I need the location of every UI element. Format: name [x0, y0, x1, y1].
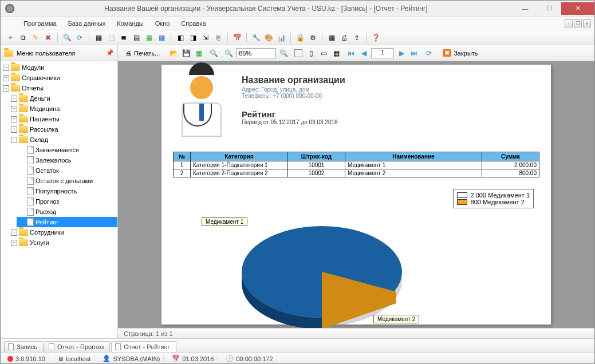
- report-viewport[interactable]: Название организации Адрес: Город, улица…: [118, 61, 594, 328]
- tree-expense[interactable]: Расход: [17, 207, 117, 217]
- mdi-close-icon[interactable]: x: [583, 19, 591, 27]
- org-name: Название организации: [242, 75, 345, 85]
- tool8-icon[interactable]: ⎘: [213, 33, 223, 43]
- delete-icon[interactable]: ✖: [43, 33, 53, 43]
- grid-icon[interactable]: ▦: [326, 33, 337, 43]
- menu-window[interactable]: Окно: [149, 18, 176, 29]
- tree-employees[interactable]: +Сотрудники: [9, 227, 117, 238]
- nav-tree: +Модули +Справочники -Отчеты +Деньги +Ме…: [1, 61, 117, 338]
- tree-warehouse[interactable]: -Склад: [9, 134, 117, 145]
- tree-directories[interactable]: +Справочники: [1, 73, 117, 83]
- find-icon[interactable]: 🔍: [208, 48, 219, 58]
- menu-help[interactable]: Справка: [175, 18, 211, 29]
- page-field[interactable]: 1: [371, 48, 394, 58]
- zoom-in-icon[interactable]: 🔍: [223, 48, 234, 58]
- main-toolbar: ＋ ⧉ ✎ ✖ 🔍 ⟳ ▦ ⬚ ≣ ▤ ▦ ▦ ◧ ◨ ⇲ ⎘ 📅 🔧 🎨 📊 …: [1, 30, 594, 45]
- tree-popularity[interactable]: Популярность: [17, 186, 117, 196]
- tool2-icon[interactable]: ⬚: [106, 33, 116, 43]
- tree-rating[interactable]: Рейтинг: [17, 217, 117, 227]
- calendar-status-icon: 📅: [172, 355, 180, 362]
- close-report-button[interactable]: ✖Закрыть: [439, 48, 482, 58]
- zoom-out-icon[interactable]: 🔍: [278, 48, 289, 58]
- menu-commands[interactable]: Команды: [111, 18, 149, 29]
- tree-ending[interactable]: Заканчивается: [17, 145, 117, 155]
- status-host: 🖥localhost: [54, 355, 94, 362]
- pin-icon[interactable]: 📌: [106, 49, 114, 57]
- tree-medicine[interactable]: +Медицина: [9, 104, 117, 114]
- layout2-icon[interactable]: ▯: [306, 48, 316, 58]
- open-icon[interactable]: 📂: [168, 48, 179, 58]
- tree-services[interactable]: +Услуги: [9, 238, 117, 248]
- tab-record[interactable]: Запись: [4, 341, 44, 352]
- mdi-restore-icon[interactable]: ❐: [574, 19, 582, 27]
- print-button[interactable]: 🖨Печать...: [121, 48, 164, 58]
- status-bar: 3.0.910.10 🖥localhost 👤SYSDBA (MAIN) 📅01…: [1, 352, 594, 364]
- layout4-icon[interactable]: ▦: [331, 48, 341, 58]
- tool4-icon[interactable]: ▤: [131, 33, 141, 43]
- tool6-icon[interactable]: ◨: [188, 33, 198, 43]
- tab-rating[interactable]: Отчет - Рейтинг: [111, 341, 176, 352]
- close-button[interactable]: ✕: [561, 2, 594, 15]
- tab-forecast[interactable]: Отчет - Прогноз: [45, 341, 110, 352]
- user-icon: 👤: [103, 355, 111, 362]
- tool7-icon[interactable]: ⇲: [200, 33, 211, 43]
- tool3-icon[interactable]: ≣: [119, 33, 129, 43]
- search-icon[interactable]: 🔍: [62, 33, 72, 43]
- tree-modules[interactable]: +Модули: [1, 62, 117, 73]
- calendar-icon[interactable]: 📅: [232, 33, 242, 43]
- tree-remainder-money[interactable]: Остаток с деньгами: [17, 176, 117, 186]
- menu-database[interactable]: База данных: [62, 18, 112, 29]
- report-title: Рейтинг: [242, 109, 345, 119]
- first-page-icon[interactable]: ⏮: [346, 48, 356, 58]
- last-page-icon[interactable]: ⏭: [409, 48, 419, 58]
- maximize-button[interactable]: ☐: [537, 2, 561, 15]
- save-icon[interactable]: 💾: [181, 48, 191, 58]
- tool5-icon[interactable]: ◧: [175, 33, 186, 43]
- col-no: №: [174, 152, 191, 161]
- data-table: № Категория Штрих-код Наименование Сумма…: [173, 152, 539, 177]
- layout3-icon[interactable]: ▭: [318, 48, 329, 58]
- gear-icon[interactable]: ⚙: [308, 33, 318, 43]
- export-icon[interactable]: ⇪: [352, 33, 362, 43]
- status-date: 📅01.03.2018: [168, 355, 218, 362]
- palette-icon[interactable]: 🎨: [263, 33, 274, 43]
- tree-money[interactable]: +Деньги: [9, 93, 117, 104]
- next-page-icon[interactable]: ▶: [396, 48, 407, 58]
- copy-icon[interactable]: ⧉: [18, 33, 28, 43]
- tree-forecast[interactable]: Прогноз: [17, 196, 117, 207]
- export-xls-icon[interactable]: ▦: [194, 48, 204, 58]
- table-row: 1 Категория 1-Подкатегория 1 10001 Медик…: [174, 161, 539, 169]
- tree-reports[interactable]: -Отчеты: [1, 83, 117, 93]
- refresh-report-icon[interactable]: ⟳: [424, 48, 434, 58]
- prev-page-icon[interactable]: ◀: [358, 48, 369, 58]
- chart-icon[interactable]: 📊: [276, 33, 286, 43]
- lock-icon[interactable]: 🔒: [295, 33, 305, 43]
- tree-patients[interactable]: +Пациенты: [9, 114, 117, 124]
- report-toolbar: 🖨Печать... 📂 💾 ▦ 🔍 🔍 85% 🔍 ▯ ▭ ▦ ⏮ ◀ 1 ▶…: [118, 45, 594, 61]
- zoom-field[interactable]: 85%: [236, 48, 276, 58]
- help-icon[interactable]: ❓: [371, 33, 381, 43]
- export-excel-icon[interactable]: ▦: [144, 33, 154, 43]
- col-name: Наименование: [345, 152, 482, 161]
- tree-stale[interactable]: Залежалось: [17, 155, 117, 165]
- minimize-button[interactable]: —: [513, 2, 537, 15]
- org-address: Адрес: Город, улица, дом: [242, 86, 345, 93]
- tool1-icon[interactable]: ▦: [93, 33, 104, 43]
- edit-icon[interactable]: ✎: [30, 33, 41, 43]
- menu-program[interactable]: Программа: [18, 18, 62, 29]
- pie-svg: [236, 212, 408, 328]
- menu-bar: Программа База данных Команды Окно Справ…: [1, 17, 594, 30]
- tree-remainder[interactable]: Остаток: [17, 165, 117, 176]
- mdi-minimize-icon[interactable]: -: [565, 19, 573, 27]
- status-time: 🕒00:00:00:172: [222, 355, 277, 362]
- printer-icon: 🖨: [125, 50, 132, 57]
- tree-mailing[interactable]: +Рассылка: [9, 124, 117, 134]
- sidebar-header: Меню пользователя 📌: [1, 45, 117, 61]
- settings-icon[interactable]: 🔧: [251, 33, 261, 43]
- layout1-icon[interactable]: [293, 48, 304, 58]
- refresh-icon[interactable]: ⟳: [74, 33, 85, 43]
- add-icon[interactable]: ＋: [5, 33, 15, 43]
- export-word-icon[interactable]: ▦: [156, 33, 167, 43]
- window-title: Название Вашей организации - Универсальн…: [19, 5, 513, 13]
- print-icon[interactable]: 🖨: [339, 33, 349, 43]
